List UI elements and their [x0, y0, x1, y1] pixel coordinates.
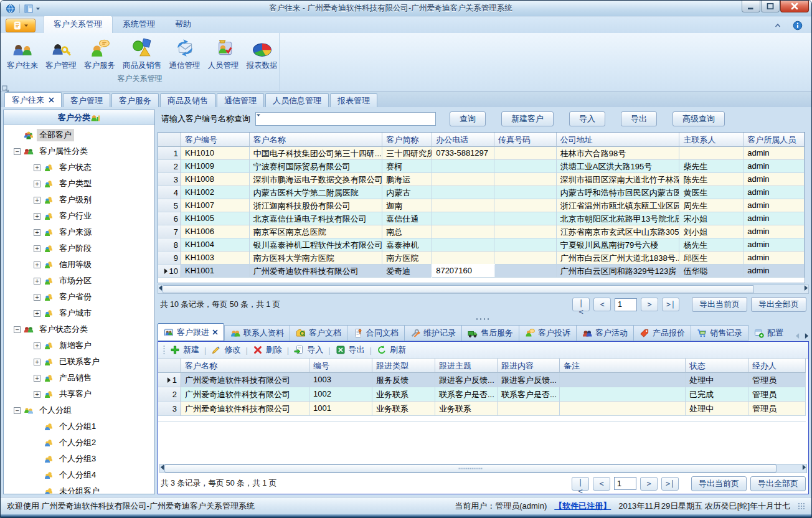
table-row[interactable]: 3广州爱奇迪软件科技有限公司1001业务联系业务联系处理中管理员: [158, 402, 806, 416]
grid-cell[interactable]: 鹏海运: [382, 173, 432, 186]
tree-item[interactable]: +客户类型: [4, 176, 154, 192]
column-header[interactable]: 备注: [560, 359, 686, 373]
grid-cell[interactable]: [560, 373, 686, 387]
export-current-page-button[interactable]: 导出当前页: [691, 476, 747, 491]
tree-item[interactable]: +共享客户: [4, 386, 154, 402]
tree-item[interactable]: −客户状态分类: [4, 321, 154, 337]
grid-cell[interactable]: [432, 238, 494, 252]
table-row[interactable]: 1KH1010中国电子科技集团公司第三十四研...三十四研究所0733-5881…: [158, 147, 805, 160]
close-button[interactable]: [780, 1, 809, 12]
grid-cell[interactable]: KH1006: [181, 225, 250, 238]
search-button-3[interactable]: 导出: [621, 111, 657, 126]
grid-cell[interactable]: 深圳市鹏海运电子数据交换有限公司: [250, 173, 383, 186]
grid-cell[interactable]: 已完成: [686, 387, 748, 402]
tree-item[interactable]: 未分组客户: [4, 483, 154, 494]
ribbon-button-customers[interactable]: 客户往来: [3, 35, 42, 73]
grid-cell[interactable]: [432, 173, 494, 186]
row-header[interactable]: 5: [158, 199, 181, 212]
last-page-button[interactable]: >|: [661, 477, 679, 491]
tree-item[interactable]: +产品销售: [4, 370, 154, 386]
tab-scroll-right-icon[interactable]: [805, 333, 809, 339]
grid-cell[interactable]: 迦南: [382, 199, 432, 212]
layout-icon[interactable]: [24, 4, 34, 14]
grid-cell[interactable]: admin: [744, 173, 805, 186]
column-header[interactable]: 客户所属人员: [744, 133, 805, 147]
detail-tab-0[interactable]: 客户跟进: [158, 323, 224, 341]
grid-cell[interactable]: 赛柯: [382, 160, 432, 173]
minimize-button[interactable]: [742, 1, 760, 12]
tree-item[interactable]: +客户省份: [4, 289, 154, 305]
arrow-right-icon[interactable]: [804, 285, 808, 293]
export-all-pages-button[interactable]: 导出全部页: [751, 297, 806, 312]
grid-cell[interactable]: 北京市朝阳区北苑路甲13号院北辰...: [557, 212, 680, 225]
maximize-button[interactable]: [761, 1, 780, 12]
grid-cell[interactable]: [432, 199, 494, 212]
doc-tab-5[interactable]: 人员信息管理: [265, 93, 329, 107]
resize-grip-icon[interactable]: [798, 502, 805, 510]
help-icon[interactable]: [793, 21, 803, 31]
grid-cell[interactable]: 业务联系: [372, 387, 435, 402]
scrollbar-thumb[interactable]: [163, 285, 754, 293]
grid-cell[interactable]: [494, 147, 557, 160]
grid-cell[interactable]: [494, 199, 557, 212]
column-header[interactable]: 编号: [309, 359, 372, 373]
chevron-up-icon[interactable]: [773, 21, 783, 31]
collapse-icon[interactable]: −: [14, 148, 21, 155]
grid-cell[interactable]: 内蒙古医科大学第二附属医院: [250, 186, 383, 199]
row-header[interactable]: 3: [158, 402, 181, 416]
arrow-right-icon[interactable]: [802, 464, 806, 473]
tree-item[interactable]: +客户级别: [4, 192, 154, 208]
grid-cell[interactable]: KH1001: [181, 265, 250, 278]
grid-cell[interactable]: 联系客户是否...: [498, 387, 560, 402]
toolbar-import-button[interactable]: 导入: [294, 344, 323, 356]
table-row[interactable]: 2KH1009宁波赛柯国际贸易有限公司赛柯洪塘工业A区洪大路195号柴先生adm…: [158, 160, 805, 173]
expand-icon[interactable]: +: [34, 213, 40, 220]
doc-tab-3[interactable]: 商品及销售: [160, 93, 215, 107]
grid-cell[interactable]: [432, 212, 494, 225]
ribbon-button-customer-manage[interactable]: 客户管理: [42, 35, 80, 73]
search-button-4[interactable]: 高级查询: [673, 111, 725, 126]
tree-item[interactable]: −客户属性分类: [4, 143, 154, 159]
customer-grid-hscrollbar[interactable]: [158, 285, 809, 294]
column-header[interactable]: 经办人: [748, 359, 806, 373]
grid-cell[interactable]: [494, 160, 557, 173]
tree-item[interactable]: +客户状态: [4, 159, 154, 176]
toolbar-refresh-button[interactable]: 刷新: [377, 344, 406, 356]
grid-cell[interactable]: [679, 147, 744, 160]
tree-item[interactable]: +已联系客户: [4, 354, 154, 370]
grid-cell[interactable]: 管理员: [748, 402, 806, 416]
grid-cell[interactable]: [560, 387, 686, 402]
column-header[interactable]: 客户名称: [181, 359, 309, 373]
grid-cell[interactable]: 宋小姐: [679, 212, 744, 225]
grid-cell[interactable]: 江苏省南京市玄武区中山东路305号: [557, 225, 680, 238]
grid-cell[interactable]: 广州市白云区同和路329号123房: [557, 265, 680, 278]
expand-icon[interactable]: +: [34, 391, 40, 398]
grid-cell[interactable]: admin: [744, 160, 805, 173]
grid-cell[interactable]: 广州爱奇迪软件科技有限公司: [181, 387, 309, 402]
first-page-button[interactable]: |<: [572, 477, 589, 491]
toolbar-export-button[interactable]: 导出: [336, 344, 365, 356]
grid-cell[interactable]: 嘉泰神机: [382, 238, 432, 252]
grid-cell[interactable]: 跟进客户反馈...: [435, 373, 498, 387]
grid-cell[interactable]: KH1004: [181, 238, 250, 252]
detail-tab-5[interactable]: 售后服务: [462, 325, 519, 341]
grid-cell[interactable]: [432, 252, 494, 265]
row-header[interactable]: 2: [158, 387, 181, 402]
export-current-page-button[interactable]: 导出当前页: [692, 297, 747, 312]
doc-tab-2[interactable]: 客户服务: [111, 93, 159, 107]
grid-cell[interactable]: 浙江迦南科技股份有限公司: [250, 199, 383, 212]
ribbon-button-goods-sales[interactable]: 商品及销售: [119, 35, 166, 73]
expand-icon[interactable]: +: [34, 375, 40, 382]
toolbar-edit-button[interactable]: 修改: [211, 344, 240, 356]
column-header[interactable]: 跟进主题: [435, 359, 498, 373]
grid-cell[interactable]: 管理员: [748, 387, 806, 402]
grid-cell[interactable]: 业务联系: [435, 402, 498, 416]
table-row[interactable]: 1广州爱奇迪软件科技有限公司1003服务反馈跟进客户反馈...跟进客户反馈...…: [158, 373, 806, 387]
table-row[interactable]: 10KH1001广州爱奇迪软件科技有限公司爱奇迪87207160广州市白云区同和…: [158, 265, 805, 278]
grid-cell[interactable]: 南京军区南京总医院: [250, 225, 383, 238]
grid-cell[interactable]: 处理中: [686, 373, 748, 387]
expand-icon[interactable]: +: [34, 294, 40, 301]
ribbon-button-staff[interactable]: 人员管理: [204, 35, 243, 73]
detail-tab-2[interactable]: 客户文档: [290, 325, 347, 341]
row-header[interactable]: 10: [158, 265, 181, 278]
